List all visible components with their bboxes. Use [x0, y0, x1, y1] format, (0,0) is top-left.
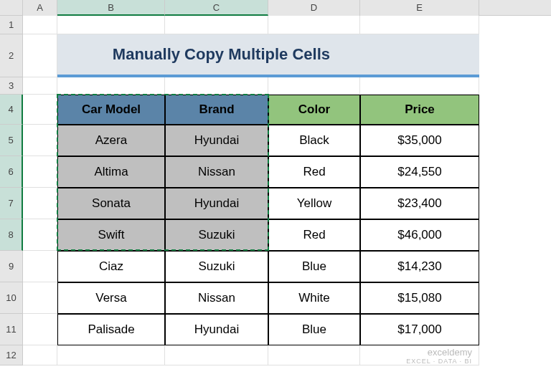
col-header-E[interactable]: E — [360, 0, 479, 16]
header-car-model[interactable]: Car Model — [57, 95, 165, 125]
cell-color[interactable]: Red — [268, 219, 360, 251]
cell-car-model[interactable]: Ciaz — [57, 251, 165, 282]
col-header-B[interactable]: B — [57, 0, 165, 16]
cell-price[interactable]: $24,550 — [360, 156, 479, 188]
cell-brand[interactable]: Hyundai — [165, 188, 268, 219]
row-header-4[interactable]: 4 — [0, 95, 23, 125]
table-row: Altima Nissan Red $24,550 — [23, 156, 479, 188]
cell-color[interactable]: White — [268, 282, 360, 314]
cell-price[interactable]: $35,000 — [360, 125, 479, 156]
row-header-10[interactable]: 10 — [0, 282, 23, 314]
row-header-3[interactable]: 3 — [0, 77, 23, 95]
cell-car-model[interactable]: Altima — [57, 156, 165, 188]
cell-B12[interactable] — [57, 345, 165, 365]
cell-D3[interactable] — [268, 77, 360, 95]
cell-E2[interactable] — [360, 34, 479, 77]
row-header-6[interactable]: 6 — [0, 156, 23, 188]
cell-A10[interactable] — [23, 282, 57, 314]
cell-car-model[interactable]: Swift — [57, 219, 165, 251]
cell-brand[interactable]: Suzuki — [165, 251, 268, 282]
cell-color[interactable]: Red — [268, 156, 360, 188]
cell-A8[interactable] — [23, 219, 57, 251]
cell-brand[interactable]: Nissan — [165, 156, 268, 188]
cell-A5[interactable] — [23, 125, 57, 156]
watermark: exceldemy EXCEL · DATA · BI — [406, 347, 472, 365]
cell-D12[interactable] — [268, 345, 360, 365]
spreadsheet: A B C D E 1 2 3 4 5 6 7 8 9 10 11 12 — [0, 0, 551, 392]
cell-price[interactable]: $15,080 — [360, 282, 479, 314]
cell-A2[interactable] — [23, 34, 57, 77]
cell-C12[interactable] — [165, 345, 268, 365]
table-row: Sonata Hyundai Yellow $23,400 — [23, 188, 479, 219]
cell-C1[interactable] — [165, 16, 268, 34]
watermark-line1: exceldemy — [406, 347, 472, 358]
col-header-D[interactable]: D — [268, 0, 360, 16]
cell-E3[interactable] — [360, 77, 479, 95]
cell-price[interactable]: $14,230 — [360, 251, 479, 282]
select-all-corner[interactable] — [0, 0, 23, 16]
table-row: Azera Hyundai Black $35,000 — [23, 125, 479, 156]
table-row: Swift Suzuki Red $46,000 — [23, 219, 479, 251]
cell-car-model[interactable]: Azera — [57, 125, 165, 156]
cell-color[interactable]: Yellow — [268, 188, 360, 219]
cell-price[interactable]: $23,400 — [360, 188, 479, 219]
row-header-9[interactable]: 9 — [0, 251, 23, 282]
cell-price[interactable]: $17,000 — [360, 314, 479, 345]
grid: Manually Copy Multiple Cells Car Model B… — [23, 16, 479, 365]
cell-A9[interactable] — [23, 251, 57, 282]
cell-price[interactable]: $46,000 — [360, 219, 479, 251]
header-price[interactable]: Price — [360, 95, 479, 125]
cell-brand[interactable]: Nissan — [165, 282, 268, 314]
col-header-C[interactable]: C — [165, 0, 268, 16]
cell-color[interactable]: Blue — [268, 251, 360, 282]
grid-row-1 — [23, 16, 479, 34]
col-header-A[interactable]: A — [23, 0, 57, 16]
cell-B1[interactable] — [57, 16, 165, 34]
cell-color[interactable]: Black — [268, 125, 360, 156]
grid-row-2: Manually Copy Multiple Cells — [23, 34, 479, 77]
cell-car-model[interactable]: Versa — [57, 282, 165, 314]
cell-A6[interactable] — [23, 156, 57, 188]
row-header-2[interactable]: 2 — [0, 34, 23, 77]
cell-car-model[interactable]: Palisade — [57, 314, 165, 345]
row-header-5[interactable]: 5 — [0, 125, 23, 156]
row-header-8[interactable]: 8 — [0, 219, 23, 251]
cell-C3[interactable] — [165, 77, 268, 95]
table-row: Versa Nissan White $15,080 — [23, 282, 479, 314]
header-brand[interactable]: Brand — [165, 95, 268, 125]
row-header-12[interactable]: 12 — [0, 345, 23, 365]
row-header-1[interactable]: 1 — [0, 16, 23, 34]
cell-A1[interactable] — [23, 16, 57, 34]
grid-row-3 — [23, 77, 479, 95]
watermark-line2: EXCEL · DATA · BI — [406, 358, 472, 365]
cell-A12[interactable] — [23, 345, 57, 365]
cell-D1[interactable] — [268, 16, 360, 34]
cell-car-model[interactable]: Sonata — [57, 188, 165, 219]
cell-A4[interactable] — [23, 95, 57, 125]
cell-B3[interactable] — [57, 77, 165, 95]
header-color[interactable]: Color — [268, 95, 360, 125]
row-header-11[interactable]: 11 — [0, 314, 23, 345]
cell-brand[interactable]: Suzuki — [165, 219, 268, 251]
cell-brand[interactable]: Hyundai — [165, 125, 268, 156]
cell-A3[interactable] — [23, 77, 57, 95]
row-header-7[interactable]: 7 — [0, 188, 23, 219]
cell-brand[interactable]: Hyundai — [165, 314, 268, 345]
cell-A7[interactable] — [23, 188, 57, 219]
title-cell[interactable]: Manually Copy Multiple Cells — [57, 34, 165, 77]
cell-A11[interactable] — [23, 314, 57, 345]
cell-color[interactable]: Blue — [268, 314, 360, 345]
grid-row-4: Car Model Brand Color Price — [23, 95, 479, 125]
cell-E1[interactable] — [360, 16, 479, 34]
row-headers: 1 2 3 4 5 6 7 8 9 10 11 12 — [0, 16, 23, 365]
table-row: Ciaz Suzuki Blue $14,230 — [23, 251, 479, 282]
table-row: Palisade Hyundai Blue $17,000 — [23, 314, 479, 345]
column-headers: A B C D E — [0, 0, 551, 16]
title-text: Manually Copy Multiple Cells — [113, 45, 330, 64]
